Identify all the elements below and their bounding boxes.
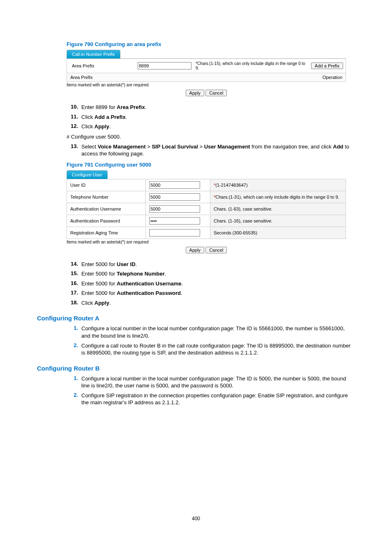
input-telephone[interactable]: [149, 193, 200, 201]
t: Enter 5000 for: [81, 290, 117, 296]
row-user-id: User ID *(1-2147483647): [67, 179, 346, 191]
step-num: 10.: [67, 104, 78, 110]
page-number: 400: [0, 516, 392, 521]
figure-791: Configure User User ID *(1-2147483647) T…: [67, 170, 346, 253]
footnote-790: Items marked with an asterisk(*) are req…: [67, 83, 346, 87]
heading-router-a: Configuring Router A: [37, 315, 355, 322]
row-auth-password: Authentication Password Chars. (1-16), c…: [67, 215, 346, 227]
t: .: [145, 104, 147, 110]
step-num: 1.: [67, 325, 78, 331]
step-17: 17. Enter 5000 for Authentication Passwo…: [67, 290, 355, 297]
t: .: [109, 123, 111, 130]
input-user-id[interactable]: [149, 181, 200, 189]
hint: Seconds (300-65535): [214, 230, 257, 235]
label: Authentication Password: [67, 215, 146, 227]
t: Click: [81, 123, 95, 130]
b: Add: [333, 144, 343, 150]
t: Enter 8899 for: [81, 104, 117, 110]
step-num: 13.: [67, 143, 78, 149]
label: Authentication Username: [67, 203, 146, 215]
b: Authentication Password: [117, 290, 181, 296]
t: .: [109, 300, 111, 306]
apply-button-790[interactable]: Apply: [186, 90, 205, 96]
step-num: 17.: [67, 290, 78, 296]
t: .: [126, 114, 127, 120]
step-num: 1.: [67, 375, 78, 381]
t: .: [181, 290, 182, 296]
input-auth-username[interactable]: [149, 205, 200, 213]
t: Select: [81, 144, 98, 150]
step-num: 2.: [67, 342, 78, 348]
t: Configure a call route to Router B in th…: [81, 342, 355, 357]
t: Click: [81, 114, 95, 120]
header-operation: Operation: [323, 75, 342, 80]
step-16: 16. Enter 5000 for Authentication Userna…: [67, 280, 355, 287]
step-15: 15. Enter 5000 for Telephone Number.: [67, 270, 355, 278]
t: Click: [81, 300, 95, 306]
step-18: 18. Click Apply.: [67, 299, 355, 307]
footnote-791: Items marked with an asterisk(*) are req…: [67, 240, 346, 244]
cancel-button-790[interactable]: Cancel: [205, 90, 227, 96]
step-num: 18.: [67, 299, 78, 306]
step-10: 10. Enter 8899 for Area Prefix.: [67, 104, 355, 111]
step-num: 15.: [67, 270, 78, 276]
b: User ID: [117, 261, 136, 267]
t: Enter 5000 for: [81, 280, 117, 287]
step-13-wrap: 13. Select Voice Management > SIP Local …: [67, 143, 355, 158]
step-14: 14. Enter 5000 for User ID.: [67, 261, 355, 268]
steps-10-12: 10. Enter 8899 for Area Prefix. 11. Clic…: [67, 104, 355, 130]
step-num: 2.: [67, 392, 78, 398]
b: Apply: [95, 123, 109, 130]
t: Enter 5000 for: [81, 271, 117, 277]
row-telephone: Telephone Number *Chars.(1-31), which ca…: [67, 191, 346, 203]
figure-790-title: Figure 790 Configuring an area prefix: [67, 41, 355, 47]
steps-14-18: 14. Enter 5000 for User ID. 15. Enter 50…: [67, 261, 355, 307]
b: SIP Local Survival: [152, 144, 198, 150]
step-num: 12.: [67, 123, 78, 129]
add-prefix-button[interactable]: Add a Prefix: [311, 63, 343, 69]
step-13: 13. Select Voice Management > SIP Local …: [67, 143, 355, 158]
input-area-prefix[interactable]: [138, 62, 191, 70]
t: Configure SIP registration in the connec…: [81, 392, 355, 406]
router-b-step-1: 1. Configure a local number in the local…: [67, 375, 355, 389]
router-b-step-2: 2. Configure SIP registration in the con…: [67, 392, 355, 406]
label-area-prefix: Area Prefix: [69, 63, 134, 68]
b: Add a Prefix: [95, 114, 126, 120]
tab-configure-user[interactable]: Configure User: [67, 170, 108, 179]
b: User Management: [204, 144, 250, 150]
input-auth-password[interactable]: [149, 217, 200, 225]
figure-790: Call-in Number Prefix Area Prefix *Chars…: [67, 50, 346, 96]
tab-callin-prefix[interactable]: Call-in Number Prefix: [67, 50, 120, 58]
apply-button-791[interactable]: Apply: [186, 247, 205, 253]
b: Telephone Number: [117, 271, 165, 277]
router-a-steps: 1. Configure a local number in the local…: [67, 325, 355, 356]
b: Area Prefix: [117, 104, 145, 110]
router-a-step-2: 2. Configure a call route to Router B in…: [67, 342, 355, 357]
row-auth-username: Authentication Username Chars. (1-63), c…: [67, 203, 346, 215]
hint: Chars. (1-63), case sensitive.: [214, 206, 272, 211]
t: from the navigation tree, and click: [250, 144, 333, 150]
cancel-button-791[interactable]: Cancel: [205, 247, 227, 253]
input-reg-aging[interactable]: [149, 229, 200, 236]
hint: (1-2147483647): [215, 183, 247, 188]
hint: Chars.(1-31), which can only include dig…: [215, 195, 339, 199]
hint: Chars. (1-16), case sensitive.: [214, 218, 272, 223]
b: Apply: [95, 300, 109, 306]
label: User ID: [67, 179, 146, 191]
header-area-prefix: Area Prefix: [70, 75, 92, 80]
b: Authentication Username: [117, 280, 181, 287]
step-num: 14.: [67, 261, 78, 267]
router-a-step-1: 1. Configure a local number in the local…: [67, 325, 355, 339]
figure-791-title: Figure 791 Configuring user 5000: [67, 162, 355, 168]
label: Registration Aging Time: [67, 227, 146, 239]
step-num: 16.: [67, 280, 78, 286]
row-reg-aging: Registration Aging Time Seconds (300-655…: [67, 227, 346, 239]
t: .: [181, 280, 183, 287]
heading-router-b: Configuring Router B: [37, 365, 355, 372]
t: Configure a local number in the local nu…: [81, 325, 355, 339]
step-11: 11. Click Add a Prefix.: [67, 114, 355, 121]
router-b-steps: 1. Configure a local number in the local…: [67, 375, 355, 406]
label: Telephone Number: [67, 191, 146, 203]
hint-area-prefix: *Chars.(1-15), which can only include di…: [196, 61, 307, 70]
t: Configure a local number in the local nu…: [81, 375, 355, 389]
